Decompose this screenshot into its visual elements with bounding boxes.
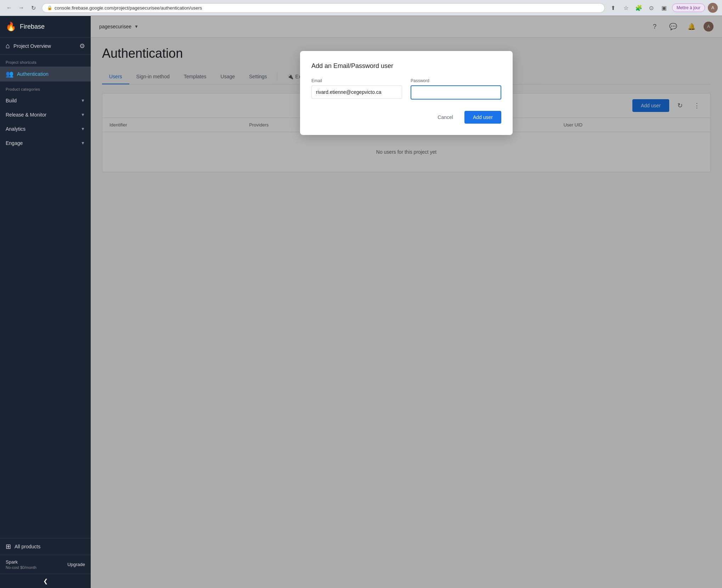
grid-icon: ⊞ — [6, 543, 11, 550]
url-text: console.firebase.google.com/project/page… — [55, 5, 202, 11]
password-input[interactable] — [411, 85, 501, 100]
bookmark-icon[interactable]: ☆ — [621, 3, 631, 13]
lock-icon: 🔒 — [47, 5, 52, 10]
sidebar-item-authentication[interactable]: 👥 Authentication — [0, 67, 91, 81]
reload-button[interactable]: ↻ — [28, 3, 38, 13]
project-overview-nav: ⌂ Project Overview ⚙ — [0, 38, 91, 55]
browser-chrome: ← → ↻ 🔒 console.firebase.google.com/proj… — [0, 0, 722, 16]
back-button[interactable]: ← — [4, 3, 14, 13]
sidebar-item-engage[interactable]: Engage ▼ — [0, 136, 91, 150]
password-field-group: Password — [411, 78, 501, 100]
firebase-title: Firebase — [20, 23, 45, 30]
sidebar-bottom: ⊞ All products Spark No-cost $0/month Up… — [0, 538, 91, 588]
cancel-button[interactable]: Cancel — [432, 111, 459, 124]
sidebar-item-all-products[interactable]: ⊞ All products — [0, 538, 91, 555]
release-monitor-label: Release & Monitor — [6, 112, 77, 118]
firebase-icon: 🔥 — [6, 22, 16, 32]
sidebar-item-release-monitor[interactable]: Release & Monitor ▼ — [0, 108, 91, 122]
dialog-add-user-button[interactable]: Add user — [464, 111, 501, 124]
upgrade-button[interactable]: Upgrade — [67, 562, 85, 567]
dialog-overlay: Add an Email/Password user Email Passwor… — [91, 16, 722, 588]
tab-icon[interactable]: ▣ — [659, 3, 669, 13]
authentication-label: Authentication — [17, 71, 85, 77]
update-button[interactable]: Mettre à jour — [672, 4, 705, 12]
email-field-group: Email — [311, 78, 402, 100]
release-chevron-icon: ▼ — [81, 112, 85, 117]
extensions-icon[interactable]: 🧩 — [634, 3, 644, 13]
plan-info: Spark No-cost $0/month — [6, 559, 36, 570]
collapse-icon: ❮ — [43, 578, 48, 584]
user-avatar: A — [708, 3, 718, 13]
sidebar-item-analytics[interactable]: Analytics ▼ — [0, 122, 91, 136]
plan-name: Spark — [6, 559, 36, 565]
build-label: Build — [6, 98, 77, 103]
nav-buttons: ← → ↻ — [4, 3, 38, 13]
authentication-icon: 👥 — [6, 70, 13, 78]
home-button[interactable]: ⌂ — [6, 42, 10, 50]
all-products-label: All products — [15, 544, 40, 549]
shortcuts-label: Project shortcuts — [0, 55, 91, 67]
sidebar-collapse-button[interactable]: ❮ — [0, 574, 91, 588]
sidebar-item-build[interactable]: Build ▼ — [0, 94, 91, 108]
project-overview-label: Project Overview — [13, 43, 76, 49]
engage-chevron-icon: ▼ — [81, 141, 85, 146]
password-label: Password — [411, 78, 501, 83]
profile-icon[interactable]: ⊙ — [647, 3, 656, 13]
dialog-actions: Cancel Add user — [311, 111, 501, 124]
project-settings-icon[interactable]: ⚙ — [79, 42, 85, 50]
email-input[interactable] — [311, 85, 402, 99]
add-user-dialog: Add an Email/Password user Email Passwor… — [300, 51, 513, 135]
firebase-logo[interactable]: 🔥 Firebase — [6, 22, 45, 32]
address-bar[interactable]: 🔒 console.firebase.google.com/project/pa… — [42, 3, 605, 13]
build-chevron-icon: ▼ — [81, 98, 85, 103]
browser-actions: ⬆ ☆ 🧩 ⊙ ▣ Mettre à jour A — [608, 3, 718, 13]
engage-label: Engage — [6, 140, 77, 146]
share-icon[interactable]: ⬆ — [608, 3, 618, 13]
plan-cost: No-cost $0/month — [6, 565, 36, 570]
email-label: Email — [311, 78, 402, 83]
analytics-label: Analytics — [6, 126, 77, 132]
analytics-chevron-icon: ▼ — [81, 126, 85, 131]
sidebar: 🔥 Firebase ⌂ Project Overview ⚙ Project … — [0, 16, 91, 588]
categories-label: Product categories — [0, 81, 91, 94]
dialog-title: Add an Email/Password user — [311, 62, 501, 70]
sidebar-header: 🔥 Firebase — [0, 16, 91, 38]
forward-button[interactable]: → — [16, 3, 26, 13]
plan-section: Spark No-cost $0/month Upgrade — [0, 555, 91, 574]
dialog-fields: Email Password — [311, 78, 501, 100]
